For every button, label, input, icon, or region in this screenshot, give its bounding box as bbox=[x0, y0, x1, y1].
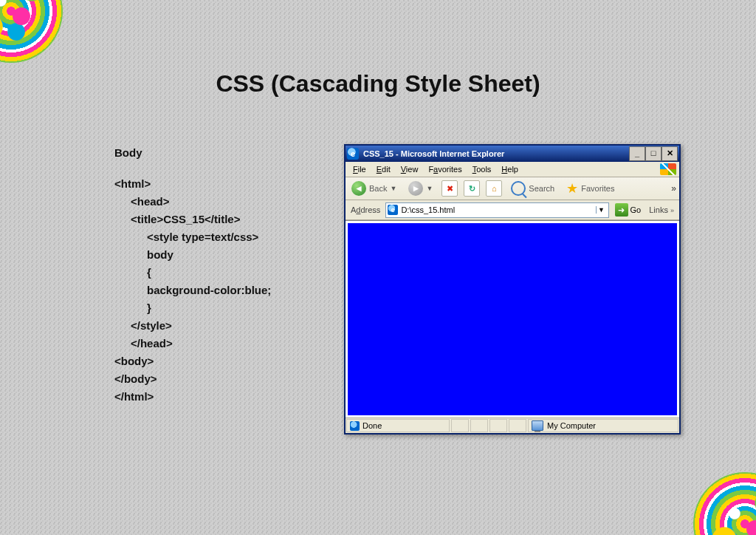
menu-bar: File Edit View Favorites Tools Help bbox=[346, 162, 679, 177]
address-value: D:\css_15.html bbox=[401, 205, 592, 214]
minimize-button[interactable]: _ bbox=[629, 146, 645, 161]
status-done-text: Done bbox=[362, 421, 382, 430]
status-spacer bbox=[489, 419, 507, 432]
page-favicon-icon bbox=[388, 205, 398, 215]
done-icon bbox=[350, 421, 360, 431]
search-label: Search bbox=[529, 184, 554, 193]
code-line: } bbox=[147, 299, 271, 317]
status-zone-cell: My Computer bbox=[528, 419, 678, 432]
menu-file[interactable]: File bbox=[348, 164, 371, 174]
code-line: </html> bbox=[114, 388, 271, 406]
ie-window: CSS_15 - Microsoft Internet Explorer _ □… bbox=[344, 144, 681, 435]
chevron-down-icon: ▼ bbox=[390, 185, 396, 192]
close-button[interactable]: ✕ bbox=[662, 146, 678, 161]
favorites-button[interactable]: ★ Favorites bbox=[563, 180, 617, 197]
decorative-swirl-bottom-right bbox=[693, 472, 756, 535]
back-button[interactable]: ◄ Back ▼ bbox=[348, 180, 399, 197]
status-bar: Done My Computer bbox=[346, 418, 679, 433]
stop-button[interactable]: ✖ bbox=[441, 180, 458, 197]
toolbar-overflow-icon[interactable]: » bbox=[671, 183, 676, 194]
code-line: </body> bbox=[114, 370, 271, 388]
menu-favorites[interactable]: Favorites bbox=[424, 164, 466, 174]
favorites-label: Favorites bbox=[581, 184, 614, 193]
window-title: CSS_15 - Microsoft Internet Explorer bbox=[363, 149, 625, 158]
go-label: Go bbox=[630, 205, 642, 214]
go-arrow-icon: ➜ bbox=[615, 203, 628, 217]
code-line: body bbox=[147, 246, 271, 264]
code-line: <head> bbox=[131, 193, 271, 211]
decorative-swirl-top-left bbox=[0, 0, 63, 63]
maximize-button[interactable]: □ bbox=[645, 146, 662, 161]
code-sample: Body <html> <head> <title>CSS_15</title>… bbox=[114, 144, 271, 406]
menu-edit[interactable]: Edit bbox=[372, 164, 395, 174]
address-dropdown-icon[interactable]: ▼ bbox=[596, 206, 607, 214]
status-spacer bbox=[509, 419, 526, 432]
links-button[interactable]: Links » bbox=[647, 205, 676, 214]
search-icon bbox=[511, 181, 526, 196]
ie-icon bbox=[347, 148, 359, 160]
code-line: { bbox=[147, 264, 271, 282]
home-button[interactable]: ⌂ bbox=[486, 180, 502, 197]
refresh-button[interactable]: ↻ bbox=[464, 180, 480, 197]
title-bar[interactable]: CSS_15 - Microsoft Internet Explorer _ □… bbox=[346, 146, 679, 162]
status-spacer bbox=[451, 419, 469, 432]
code-line: <html> bbox=[114, 175, 271, 193]
chevron-down-icon: ▼ bbox=[426, 185, 433, 192]
menu-view[interactable]: View bbox=[396, 164, 423, 174]
address-field[interactable]: D:\css_15.html ▼ bbox=[385, 202, 608, 218]
windows-flag-icon bbox=[660, 163, 676, 175]
back-label: Back bbox=[369, 184, 387, 193]
chevron-right-icon: » bbox=[670, 207, 674, 214]
menu-help[interactable]: Help bbox=[497, 164, 523, 174]
forward-button[interactable]: ► ▼ bbox=[405, 180, 436, 197]
toolbar: ◄ Back ▼ ► ▼ ✖ ↻ ⌂ Search ★ Favorites » bbox=[346, 177, 679, 200]
browser-viewport bbox=[346, 220, 679, 418]
status-zone-text: My Computer bbox=[547, 421, 596, 430]
rendered-page-body bbox=[348, 223, 677, 415]
status-spacer bbox=[470, 419, 488, 432]
code-line: <body> bbox=[114, 352, 271, 370]
code-line: </head> bbox=[131, 335, 271, 352]
menu-tools[interactable]: Tools bbox=[468, 164, 496, 174]
status-done-cell: Done bbox=[346, 419, 450, 432]
slide-title: CSS (Cascading Style Sheet) bbox=[0, 70, 756, 98]
back-arrow-icon: ◄ bbox=[351, 181, 366, 196]
section-heading: Body bbox=[114, 144, 271, 162]
computer-icon bbox=[532, 420, 543, 431]
go-button[interactable]: ➜ Go bbox=[612, 203, 645, 217]
address-label: Address bbox=[348, 205, 382, 214]
search-button[interactable]: Search bbox=[508, 180, 557, 197]
code-line: background-color:blue; bbox=[147, 282, 271, 299]
code-line: <style type=text/css> bbox=[147, 228, 271, 246]
code-line: </style> bbox=[131, 317, 271, 335]
star-icon: ★ bbox=[566, 182, 578, 195]
address-bar: Address D:\css_15.html ▼ ➜ Go Links » bbox=[346, 200, 679, 220]
code-line: <title>CSS_15</title> bbox=[131, 211, 271, 228]
forward-arrow-icon: ► bbox=[408, 181, 423, 196]
